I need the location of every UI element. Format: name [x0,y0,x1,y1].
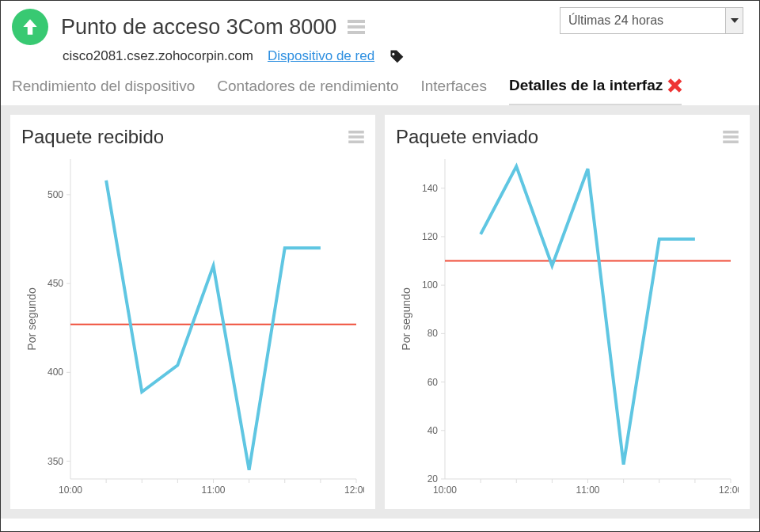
charts-area: Paquete recibido 35040045050010:0011:001… [1,105,759,519]
tab-interfaces[interactable]: Interfaces [421,74,487,105]
svg-rect-2 [348,31,365,34]
page-title: Punto de acceso 3Com 8000 [61,15,336,40]
tab-label: Detalles de la interfaz [509,77,663,94]
svg-text:140: 140 [422,183,438,194]
time-range-value: Últimas 24 horas [560,13,725,28]
page-header: Punto de acceso 3Com 8000 Últimas 24 hor… [1,1,759,45]
svg-text:450: 450 [48,278,63,289]
hamburger-icon [723,131,739,143]
svg-text:100: 100 [422,279,438,291]
svg-text:120: 120 [422,231,438,242]
svg-rect-31 [723,140,739,143]
chart-menu-button[interactable] [348,131,364,143]
chevron-down-icon [731,18,739,23]
svg-text:350: 350 [48,456,63,467]
svg-rect-1 [348,25,365,28]
svg-rect-29 [723,131,739,134]
close-tab-icon[interactable] [666,78,682,93]
svg-rect-30 [723,135,739,139]
tab-label: Interfaces [421,78,487,95]
svg-text:80: 80 [428,328,439,339]
svg-rect-4 [348,135,364,139]
svg-text:12:00: 12:00 [719,484,739,496]
svg-text:11:00: 11:00 [201,484,225,496]
chart-title: Paquete enviado [396,126,538,148]
tab-label: Contadores de rendimiento [217,78,398,95]
svg-text:20: 20 [428,473,439,484]
tab-bar: Rendimiento del dispositivo Contadores d… [1,74,759,105]
time-range-select[interactable]: Últimas 24 horas [560,7,743,34]
hamburger-icon [348,131,364,143]
arrow-up-icon [20,17,40,37]
chart-card-received: Paquete recibido 35040045050010:0011:001… [10,115,375,509]
chart-title: Paquete recibido [21,126,164,148]
svg-text:10:00: 10:00 [59,484,82,496]
svg-text:40: 40 [428,425,439,436]
tab-label: Rendimiento del dispositivo [12,78,195,95]
chart-received: 35040045050010:0011:0012:00Por segundo [21,151,364,503]
svg-rect-5 [348,140,364,143]
tab-performance-counters[interactable]: Contadores de rendimiento [217,74,398,105]
svg-text:11:00: 11:00 [576,484,599,496]
svg-rect-0 [348,20,365,23]
svg-text:60: 60 [428,377,439,388]
device-type-link[interactable]: Dispositivo de red [268,48,374,64]
device-status-badge [12,9,48,45]
svg-text:400: 400 [48,367,63,378]
header-menu-button[interactable] [348,20,365,34]
chart-card-sent: Paquete enviado 2040608010012014010:0011… [385,115,750,509]
device-hostname: cisco2081.csez.zohocorpin.com [63,48,253,64]
svg-text:500: 500 [48,189,63,200]
svg-text:Por segundo: Por segundo [400,287,412,351]
sub-header: cisco2081.csez.zohocorpin.com Dispositiv… [1,45,759,74]
chart-menu-button[interactable] [723,131,739,143]
time-range-dropdown-button[interactable] [725,8,743,33]
svg-rect-3 [348,131,364,134]
tab-interface-details[interactable]: Detalles de la interfaz [509,74,682,105]
hamburger-icon [348,20,365,34]
svg-text:10:00: 10:00 [433,484,457,496]
tab-device-performance[interactable]: Rendimiento del dispositivo [12,74,195,105]
svg-text:12:00: 12:00 [344,484,364,496]
tag-icon[interactable] [389,48,405,64]
chart-sent: 2040608010012014010:0011:0012:00Por segu… [396,151,739,503]
svg-text:Por segundo: Por segundo [25,287,38,351]
